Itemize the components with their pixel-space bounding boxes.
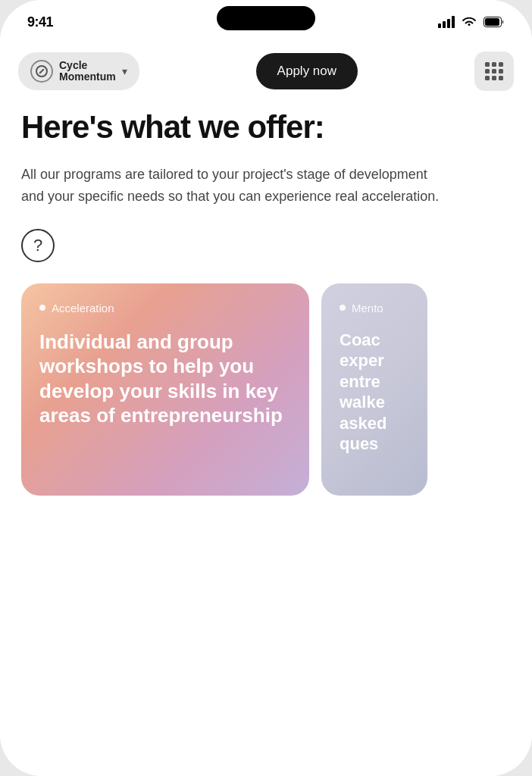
card-title-acceleration: Individual and group workshops to help y…: [39, 330, 291, 428]
question-icon-wrapper: ?: [21, 229, 511, 262]
nav-bar: Cycle Momentum ▾ Apply now: [0, 39, 532, 103]
chevron-down-icon: ▾: [122, 65, 127, 77]
card-title-mentorship: Coac exper entre walke asked ques: [340, 330, 409, 455]
brand-name: Cycle: [59, 60, 116, 71]
status-notch: [217, 6, 315, 30]
question-circle-button[interactable]: ?: [21, 229, 55, 262]
grid-dot: [499, 76, 503, 80]
signal-icon: [438, 16, 455, 28]
grid-dot: [492, 76, 496, 80]
status-bar: 9:41: [0, 0, 532, 39]
cards-row: Acceleration Individual and group worksh…: [0, 283, 532, 496]
grid-dot: [485, 69, 490, 74]
card-mentorship[interactable]: Mento Coac exper entre walke asked ques: [321, 283, 427, 496]
svg-rect-2: [447, 19, 450, 28]
apply-now-button[interactable]: Apply now: [256, 53, 358, 89]
grid-dot: [492, 69, 496, 74]
grid-dot: [499, 62, 503, 67]
phone-frame: 9:41: [0, 0, 532, 776]
status-time: 9:41: [27, 14, 53, 30]
card-tag-acceleration: Acceleration: [39, 302, 291, 314]
grid-view-button[interactable]: [474, 52, 514, 91]
svg-rect-3: [452, 16, 455, 28]
svg-rect-0: [438, 23, 441, 28]
card-tag-dot: [39, 305, 45, 311]
svg-rect-1: [443, 21, 446, 28]
page-title: Here's what we offer:: [21, 109, 511, 146]
grid-dot: [492, 62, 496, 67]
battery-icon: [483, 17, 505, 27]
card-tag-dot-2: [340, 305, 346, 311]
grid-icon: [485, 62, 503, 80]
grid-dot: [485, 76, 490, 80]
card-tag-label-acceleration: Acceleration: [52, 302, 114, 314]
svg-rect-5: [485, 18, 499, 26]
brand-dropdown[interactable]: Cycle Momentum ▾: [18, 52, 139, 91]
status-icons: [438, 16, 505, 28]
card-acceleration[interactable]: Acceleration Individual and group worksh…: [21, 283, 309, 496]
grid-dot: [499, 69, 503, 74]
brand-text: Cycle Momentum: [59, 60, 116, 83]
card-tag-mentorship: Mento: [340, 302, 409, 314]
brand-sub: Momentum: [59, 71, 116, 83]
brand-logo-inner: [36, 65, 48, 77]
card-tag-label-mentorship: Mento: [352, 302, 383, 314]
brand-logo: [30, 60, 53, 83]
main-content: Cycle Momentum ▾ Apply now: [0, 39, 532, 776]
wifi-icon: [461, 16, 477, 28]
content-area: Here's what we offer: All our programs a…: [0, 103, 532, 514]
question-mark-icon: ?: [33, 236, 42, 255]
grid-dot: [485, 62, 490, 67]
page-description: All our programs are tailored to your pr…: [21, 164, 446, 208]
